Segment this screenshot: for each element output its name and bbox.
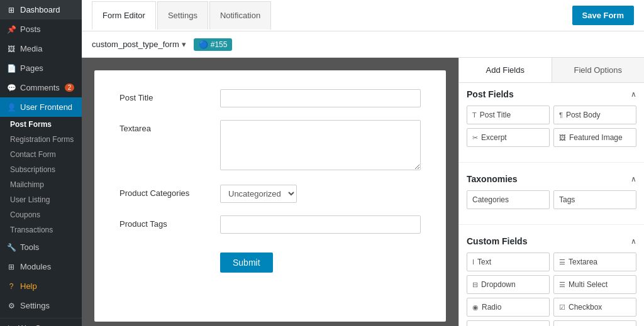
form-selector[interactable]: custom_post_type_form ▾ <box>92 40 186 49</box>
tools-icon: 🔧 <box>6 243 16 252</box>
editor-area: Post Title Textarea Product Categories <box>82 58 644 326</box>
user-frontend-icon: 👤 <box>6 103 16 112</box>
btn-excerpt[interactable]: ✂ Excerpt <box>467 128 550 147</box>
sidebar-sub-user-listing[interactable]: User Listing <box>0 192 82 207</box>
sidebar: ⊞ Dashboard 📌 Posts 🖼 Media 📄 Pages 💬 Co… <box>0 0 82 326</box>
sidebar-sub-transactions[interactable]: Transactions <box>0 222 82 237</box>
form-id-badge: 🔵 #155 <box>194 38 233 51</box>
pages-icon: 📄 <box>6 64 16 73</box>
product-categories-label: Product Categories <box>119 185 220 198</box>
taxonomies-title: Taxonomies <box>467 174 518 184</box>
sidebar-item-posts[interactable]: 📌 Posts <box>0 19 82 39</box>
form-field-product-tags: Product Tags <box>119 215 421 234</box>
form-field-textarea: Textarea <box>119 120 421 172</box>
sidebar-sub-registration-forms[interactable]: Registration Forms <box>0 132 82 147</box>
post-fields-section: Post Fields ∧ T Post Title ¶ Post Body ✂… <box>459 83 644 157</box>
excerpt-icon: ✂ <box>472 134 478 142</box>
form-id-icon: 🔵 <box>199 40 208 49</box>
sidebar-item-settings[interactable]: ⚙ Settings <box>0 296 82 315</box>
post-fields-header: Post Fields ∧ <box>467 89 636 99</box>
tab-notification[interactable]: Notification <box>209 1 271 30</box>
textarea-input[interactable] <box>220 120 421 170</box>
help-icon: ? <box>6 282 16 291</box>
custom-fields-title: Custom Fields <box>467 236 527 246</box>
post-title-label: Post Title <box>119 89 220 102</box>
sidebar-sub-post-forms[interactable]: Post Forms <box>0 117 82 132</box>
btn-featured-image[interactable]: 🖼 Featured Image <box>553 128 636 147</box>
btn-text[interactable]: I Text <box>467 253 550 271</box>
post-title-input[interactable] <box>220 89 421 107</box>
panel-tab-add-fields[interactable]: Add Fields <box>459 58 552 82</box>
sidebar-item-pages[interactable]: 📄 Pages <box>0 58 82 78</box>
sidebar-item-woocommerce[interactable]: 🛍 WooCommerce <box>0 318 82 326</box>
taxonomies-section: Taxonomies ∧ Categories Tags <box>459 168 644 219</box>
divider-2 <box>459 224 644 225</box>
chevron-down-icon: ▾ <box>182 40 186 49</box>
form-submit-row: Submit <box>119 246 421 273</box>
comments-icon: 💬 <box>6 84 16 92</box>
sidebar-sub-coupons[interactable]: Coupons <box>0 207 82 222</box>
form-field-product-categories: Product Categories Uncategorized <box>119 185 421 203</box>
btn-dropdown[interactable]: ⊟ Dropdown <box>467 275 550 294</box>
woocommerce-icon: 🛍 <box>6 323 14 326</box>
sidebar-item-user-frontend[interactable]: 👤 User Frontend <box>0 97 82 117</box>
custom-fields-toggle[interactable]: ∧ <box>631 237 636 246</box>
checkbox-icon: ☑ <box>559 303 565 312</box>
textarea-field-icon: ☰ <box>559 258 565 266</box>
sidebar-item-dashboard[interactable]: ⊞ Dashboard <box>0 0 82 19</box>
taxonomies-toggle[interactable]: ∧ <box>631 175 636 183</box>
btn-post-title[interactable]: T Post Title <box>467 106 550 124</box>
settings-icon: ⚙ <box>6 302 16 310</box>
save-form-button[interactable]: Save Form <box>572 6 634 25</box>
panel-tab-field-options[interactable]: Field Options <box>552 58 645 82</box>
tab-settings[interactable]: Settings <box>157 1 208 30</box>
textarea-label: Textarea <box>119 120 220 133</box>
tab-form-editor[interactable]: Form Editor <box>92 1 156 30</box>
btn-tags[interactable]: Tags <box>553 190 636 209</box>
post-title-input-wrapper <box>220 89 421 107</box>
product-tags-label: Product Tags <box>119 215 220 229</box>
product-categories-select[interactable]: Uncategorized <box>220 185 297 203</box>
btn-textarea[interactable]: ☰ Textarea <box>553 253 636 271</box>
product-tags-input[interactable] <box>220 215 421 234</box>
post-fields-toggle[interactable]: ∧ <box>631 90 636 99</box>
sidebar-item-comments[interactable]: 💬 Comments 2 <box>0 78 82 97</box>
taxonomies-header: Taxonomies ∧ <box>467 174 636 184</box>
product-tags-input-wrapper <box>220 215 421 234</box>
post-fields-buttons: T Post Title ¶ Post Body ✂ Excerpt 🖼 Fea… <box>467 106 636 147</box>
form-submit-button[interactable]: Submit <box>220 253 273 273</box>
main-content: Form Editor Settings Notification Save F… <box>82 0 644 326</box>
dashboard-icon: ⊞ <box>6 6 16 14</box>
form-field-post-title: Post Title <box>119 89 421 107</box>
sidebar-item-modules[interactable]: ⊞ Modules <box>0 257 82 276</box>
btn-multi-select[interactable]: ☰ Multi Select <box>553 275 636 294</box>
divider-1 <box>459 162 644 163</box>
radio-icon: ◉ <box>472 303 479 312</box>
sidebar-sub-mailchimp[interactable]: Mailchimp <box>0 177 82 192</box>
panel-tabs: Add Fields Field Options <box>459 58 644 83</box>
product-categories-input-wrapper: Uncategorized <box>220 185 421 203</box>
subbar: custom_post_type_form ▾ 🔵 #155 <box>82 31 644 58</box>
sidebar-sub-contact-form[interactable]: Contact Form <box>0 147 82 162</box>
btn-checkbox[interactable]: ☑ Checkbox <box>553 298 636 317</box>
multi-select-icon: ☰ <box>559 281 565 289</box>
modules-icon: ⊞ <box>6 263 16 271</box>
sidebar-item-tools[interactable]: 🔧 Tools <box>0 237 82 257</box>
body-icon: ¶ <box>559 111 563 119</box>
btn-radio[interactable]: ◉ Radio <box>467 298 550 317</box>
media-icon: 🖼 <box>6 45 16 53</box>
sidebar-item-help[interactable]: ? Help <box>0 276 82 296</box>
custom-fields-header: Custom Fields ∧ <box>467 236 636 246</box>
custom-fields-buttons: I Text ☰ Textarea ⊟ Dropdown ☰ Multi Sel… <box>467 253 636 326</box>
btn-url[interactable]: 🔗 URL <box>467 320 550 326</box>
btn-post-body[interactable]: ¶ Post Body <box>553 106 636 124</box>
sidebar-sub-subscriptions[interactable]: Subscriptions <box>0 162 82 177</box>
right-panel: Add Fields Field Options Post Fields ∧ T… <box>458 58 644 326</box>
btn-email-address[interactable]: ✉ Email Address <box>553 320 636 326</box>
form-canvas: Post Title Textarea Product Categories <box>94 70 446 322</box>
textarea-input-wrapper <box>220 120 421 172</box>
btn-categories[interactable]: Categories <box>467 190 550 209</box>
dropdown-icon: ⊟ <box>472 281 478 289</box>
sidebar-item-media[interactable]: 🖼 Media <box>0 39 82 58</box>
tabs: Form Editor Settings Notification <box>92 1 272 30</box>
